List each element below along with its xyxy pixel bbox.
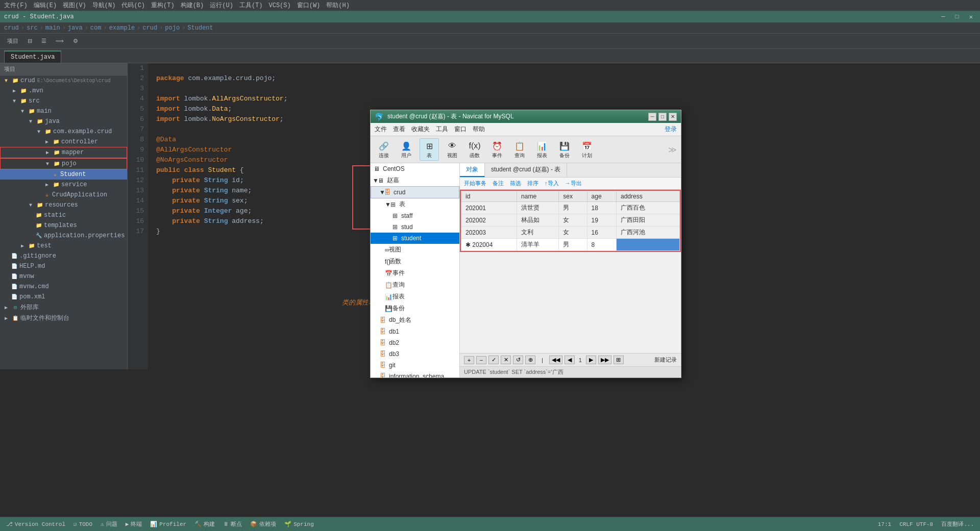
tree-item-com[interactable]: ▼ 📁 com.example.crud [0, 127, 127, 137]
navi-tree-student[interactable]: ⊞ student [371, 233, 459, 244]
navi-tree-backups[interactable]: 💾 备份 [371, 302, 459, 314]
tree-item-test[interactable]: ▶ 📁 test [0, 241, 127, 251]
tree-item-templates[interactable]: 📁 templates [0, 220, 127, 231]
status-todo[interactable]: ☑ TODO [74, 521, 92, 527]
menu-navigate[interactable]: 导航(N) [92, 1, 116, 10]
navi-tree-git[interactable]: 🗄 git [371, 360, 459, 371]
toolbar-list[interactable]: ☰ [38, 37, 50, 45]
navi-close[interactable]: ✕ [669, 113, 677, 121]
navi-tree-staff[interactable]: ⊞ staff [371, 210, 459, 221]
project-label-button[interactable]: 项目 [4, 36, 21, 46]
breadcrumb-pojo[interactable]: pojo [165, 24, 180, 32]
menu-build[interactable]: 构建(B) [181, 1, 204, 10]
navi-menu-tools[interactable]: 工具 [436, 125, 448, 134]
tree-item-helpmd[interactable]: 📄 HELP.md [0, 261, 127, 271]
tree-item-crud[interactable]: ▼ 📁 crud E:\Documets\Desktop\crud [0, 75, 127, 86]
navi-btn-connect[interactable]: 🔗 连接 [375, 139, 393, 160]
navi-login[interactable]: 登录 [665, 125, 677, 134]
navi-btn-more[interactable]: ⊕ [525, 356, 535, 364]
tree-item-service[interactable]: ▶ 📁 service [0, 180, 127, 190]
navi-menu-favorites[interactable]: 收藏夹 [411, 125, 430, 134]
menu-tools[interactable]: 工具(T) [239, 1, 263, 10]
navi-tool-starttx[interactable]: 开始事务 [462, 179, 488, 188]
breadcrumb-crud2[interactable]: crud [142, 24, 157, 32]
navi-tab-objects[interactable]: 对象 [460, 163, 485, 177]
status-branch[interactable]: 百度翻译... [941, 520, 974, 528]
navi-btn-view[interactable]: 👁 视图 [443, 139, 461, 160]
tree-item-controller[interactable]: ▶ 📁 controller [0, 137, 127, 147]
tree-item-resources[interactable]: ▼ 📁 resources [0, 200, 127, 210]
tree-item-external[interactable]: ▶ ⊞ 外部库 [0, 302, 127, 313]
navi-menu-view[interactable]: 查看 [393, 125, 405, 134]
tree-item-pojo[interactable]: ▼ 📁 pojo [0, 158, 127, 169]
navi-btn-refresh[interactable]: ↺ [513, 356, 523, 364]
navi-tree-events[interactable]: 📅 事件 [371, 267, 459, 279]
navi-tree-db3[interactable]: 🗄 db3 [371, 348, 459, 360]
tree-item-main[interactable]: ▼ 📁 main [0, 106, 127, 116]
tree-item-scratch[interactable]: ▶ 📋 临时文件和控制台 [0, 313, 127, 323]
navi-btn-user[interactable]: 👤 用户 [397, 139, 415, 160]
tree-item-src[interactable]: ▼ 📁 src [0, 96, 127, 106]
table-row[interactable]: 202003 文利 女 16 广西河池 [461, 226, 680, 239]
table-row-edit[interactable]: ✱ 202004 清羊羊 男 8 [461, 239, 680, 251]
tree-item-gitignore[interactable]: 📄 .gitignore [0, 251, 127, 261]
navi-tree-views[interactable]: ∞ 视图 [371, 244, 459, 256]
tree-item-mvnw[interactable]: 📄 mvnw [0, 271, 127, 282]
navi-tree-db2[interactable]: 🗄 db2 [371, 337, 459, 348]
navi-btn-event[interactable]: ⏰ 事件 [488, 139, 506, 160]
breadcrumb-main[interactable]: main [45, 24, 60, 32]
navi-btn-table[interactable]: ⊞ 表 [420, 138, 439, 161]
navi-btn-prev[interactable]: ◀ [565, 356, 575, 364]
toolbar-settings[interactable]: ⚙ [70, 37, 81, 45]
status-terminal[interactable]: ▶ 终端 [126, 520, 142, 528]
status-issues[interactable]: ⚠ 问题 [101, 520, 117, 528]
navi-tool-sort[interactable]: 排序 [525, 179, 541, 188]
navi-btn-delete[interactable]: − [476, 356, 486, 364]
navi-minimize[interactable]: ─ [648, 113, 656, 121]
navi-tree-centos[interactable]: 🖥 CentOS [371, 163, 459, 174]
navi-tool-filter[interactable]: 筛选 [508, 179, 523, 188]
breadcrumb-student[interactable]: Student [187, 24, 213, 32]
navi-tree-queries[interactable]: 📋 查询 [371, 279, 459, 291]
navi-tree-functions[interactable]: f() 函数 [371, 256, 459, 267]
navi-menu-help[interactable]: 帮助 [473, 125, 485, 134]
navi-btn-first[interactable]: ◀◀ [549, 356, 562, 364]
navi-btn-plan[interactable]: 📅 计划 [578, 139, 596, 160]
tab-student-java[interactable]: Student.java [4, 50, 61, 63]
menu-code[interactable]: 代码(C) [121, 1, 145, 10]
menu-file[interactable]: 文件(F) [4, 1, 28, 10]
breadcrumb-com[interactable]: com [90, 24, 102, 32]
breadcrumb-src[interactable]: src [27, 24, 38, 32]
tree-item-mvn[interactable]: ▶ 📁 .mvn [0, 86, 127, 96]
navi-tool-note[interactable]: 备注 [491, 179, 506, 188]
navi-btn-query[interactable]: 📋 查询 [510, 139, 529, 160]
maximize-button[interactable]: □ [952, 13, 962, 21]
tree-item-static[interactable]: 📁 static [0, 210, 127, 220]
navi-tool-import[interactable]: ↑导入 [543, 179, 561, 188]
tree-item-appprops[interactable]: 🔧 application.properties [0, 231, 127, 241]
navi-btn-check[interactable]: ✓ [488, 356, 499, 364]
breadcrumb-example[interactable]: example [109, 24, 135, 32]
menu-refactor[interactable]: 重构(T) [151, 1, 175, 10]
breadcrumb-java[interactable]: java [68, 24, 83, 32]
navi-tree-stud[interactable]: ⊞ stud [371, 221, 459, 233]
table-row[interactable]: 202001 洪世贤 男 18 广西百色 [461, 202, 680, 214]
menu-edit[interactable]: 编辑(E) [34, 1, 57, 10]
navi-expand-icon[interactable]: ≫ [668, 145, 677, 155]
minimize-button[interactable]: ─ [938, 13, 948, 21]
navi-maximize[interactable]: □ [658, 113, 667, 121]
tree-item-student[interactable]: ☕ Student [0, 169, 127, 180]
navi-tool-export[interactable]: →导出 [563, 179, 584, 188]
navi-btn-cancel-edit[interactable]: ✕ [501, 356, 511, 364]
menu-view[interactable]: 视图(V) [63, 1, 86, 10]
navi-btn-last[interactable]: ▶▶ [598, 356, 611, 364]
menu-run[interactable]: 运行(U) [210, 1, 233, 10]
status-dependencies[interactable]: 📦 依赖项 [250, 520, 276, 528]
status-build[interactable]: 🔨 构建 [194, 520, 215, 528]
navi-menu-window[interactable]: 窗口 [454, 125, 467, 134]
navi-tree-reports[interactable]: 📊 报表 [371, 291, 459, 302]
tree-item-pomxml[interactable]: 📄 pom.xml [0, 292, 127, 302]
navi-btn-next[interactable]: ▶ [586, 356, 596, 364]
navi-btn-function[interactable]: f(x) 函数 [465, 139, 484, 160]
status-encoding[interactable]: CRLF UTF-8 [899, 520, 933, 528]
